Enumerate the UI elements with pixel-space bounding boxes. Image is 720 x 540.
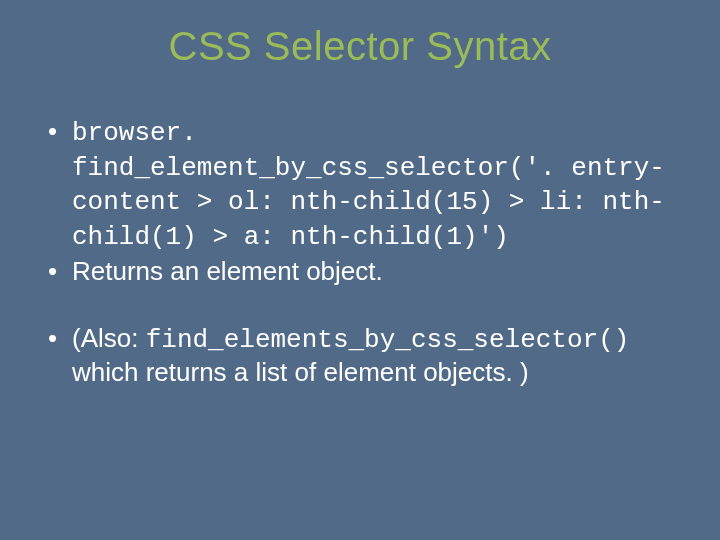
bullet-list: (Also: find_elements_by_css_selector() w… bbox=[42, 322, 678, 389]
list-item: (Also: find_elements_by_css_selector() w… bbox=[42, 322, 678, 389]
bullet-list: browser. find_element_by_css_selector('.… bbox=[42, 115, 678, 288]
bullet-text-post: which returns a list of element objects.… bbox=[72, 357, 529, 387]
list-item: browser. find_element_by_css_selector('.… bbox=[42, 115, 678, 253]
code-snippet: find_elements_by_css_selector() bbox=[146, 325, 630, 355]
bullet-text: Returns an element object. bbox=[72, 256, 383, 286]
slide-title: CSS Selector Syntax bbox=[0, 24, 720, 69]
blank-line bbox=[42, 288, 678, 322]
slide-body: browser. find_element_by_css_selector('.… bbox=[42, 115, 678, 389]
bullet-text-pre: (Also: bbox=[72, 323, 146, 353]
list-item: Returns an element object. bbox=[42, 255, 678, 288]
code-snippet: browser. find_element_by_css_selector('.… bbox=[72, 118, 665, 252]
slide: CSS Selector Syntax browser. find_elemen… bbox=[0, 0, 720, 540]
